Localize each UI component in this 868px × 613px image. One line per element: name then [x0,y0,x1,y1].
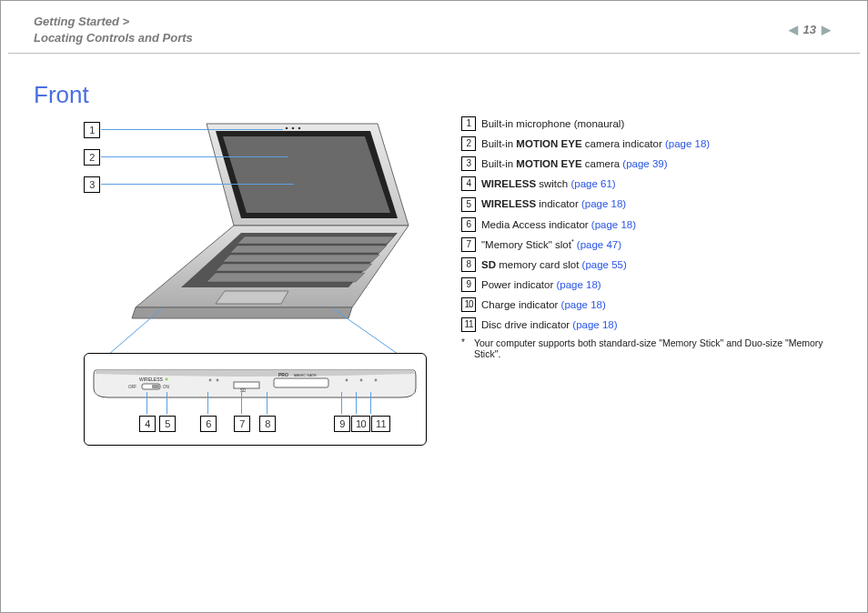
list-number-box: 8 [461,257,476,272]
svg-rect-25 [234,382,259,388]
svg-marker-2 [223,136,390,213]
parts-list-item: 11Disc drive indicator (page 18) [461,317,843,332]
list-item-text: SD memory card slot (page 55) [481,257,627,272]
page-reference-link[interactable]: (page 18) [572,319,617,330]
svg-point-18 [166,378,168,381]
list-item-text: Built-in microphone (monaural) [481,116,624,131]
callout-4: 4 [139,416,156,432]
list-number-box: 5 [461,197,476,212]
callout-1: 1 [84,122,100,138]
parts-list: 1Built-in microphone (monaural)2Built-in… [461,116,843,332]
list-item-text: Power indicator (page 18) [481,277,601,292]
page-reference-link[interactable]: (page 18) [665,138,710,149]
breadcrumb: Getting Started > Locating Controls and … [34,14,193,45]
callout-8: 8 [259,416,276,432]
list-item-text: "Memory Stick" slot* (page 47) [481,237,621,252]
svg-rect-27 [274,378,328,387]
list-item-text: Disc drive indicator (page 18) [481,317,618,332]
breadcrumb-line-2: Locating Controls and Ports [34,30,193,46]
svg-point-23 [209,379,212,382]
callout-10: 10 [351,416,370,432]
section-title: Front [34,81,867,109]
list-item-text: Built-in MOTION EYE camera (page 39) [481,156,668,171]
list-item-text: Built-in MOTION EYE camera indicator (pa… [481,136,710,151]
svg-rect-21 [152,385,159,388]
svg-marker-13 [207,273,365,282]
svg-point-4 [292,127,295,130]
svg-point-31 [360,379,363,382]
list-item-text: WIRELESS switch (page 61) [481,176,616,191]
parts-list-item: 9Power indicator (page 18) [461,277,843,292]
callout-3: 3 [84,176,100,193]
page-number: 13 [803,23,816,36]
list-number-box: 9 [461,277,476,292]
svg-marker-12 [216,264,372,271]
page-reference-link[interactable]: (page 18) [556,279,601,290]
svg-text:ON: ON [163,385,169,389]
front-diagram: 1 2 3 WIRELESS OFF [34,116,434,489]
list-number-box: 3 [461,156,476,171]
callout-11: 11 [371,416,390,432]
svg-marker-14 [216,291,288,304]
page-reference-link[interactable]: (page 39) [622,158,667,169]
svg-marker-9 [237,236,394,244]
svg-point-30 [346,379,348,382]
page-navigator: ◀ 13 ▶ [789,23,831,36]
list-number-box: 4 [461,176,476,191]
callout-6: 6 [200,416,217,432]
svg-point-32 [375,379,378,382]
page-reference-link[interactable]: (page 18) [581,198,626,209]
list-number-box: 1 [461,116,476,131]
svg-marker-10 [230,246,387,253]
page-reference-link[interactable]: (page 55) [582,259,627,270]
breadcrumb-line-1: Getting Started > [34,14,193,30]
svg-text:OFF: OFF [128,385,136,389]
callout-9: 9 [334,416,350,432]
page-reference-link[interactable]: (page 47) [577,239,621,250]
svg-marker-11 [223,255,379,262]
parts-list-item: 2Built-in MOTION EYE camera indicator (p… [461,136,843,151]
prev-page-icon[interactable]: ◀ [789,23,798,36]
parts-list-item: 3Built-in MOTION EYE camera (page 39) [461,156,843,171]
svg-text:WIRELESS: WIRELESS [139,377,164,382]
parts-list-item: 5WIRELESS indicator (page 18) [461,196,843,211]
list-number-box: 6 [461,217,476,232]
list-number-box: 2 [461,136,476,151]
parts-list-item: 4WIRELESS switch (page 61) [461,176,843,191]
list-item-text: Charge indicator (page 18) [481,297,606,312]
page-reference-link[interactable]: (page 61) [570,178,615,189]
list-number-box: 10 [461,297,476,312]
footnote-text: Your computer supports both standard-siz… [474,337,843,359]
laptop-illustration [125,116,425,326]
svg-marker-7 [132,307,352,318]
svg-text:MAGIC GATE: MAGIC GATE [294,373,317,377]
page-reference-link[interactable]: (page 18) [591,219,636,230]
parts-list-item: 8SD memory card slot (page 55) [461,257,843,272]
parts-list-item: 1Built-in microphone (monaural) [461,116,843,131]
svg-point-24 [217,379,219,382]
svg-point-3 [286,127,288,130]
front-panel-detail: WIRELESS OFF ON SD PRO MAGIC GATE [84,353,427,446]
callout-7: 7 [234,416,250,432]
list-number-box: 11 [461,317,476,332]
parts-list-item: 7"Memory Stick" slot* (page 47) [461,237,843,252]
footnote: * Your computer supports both standard-s… [461,337,843,359]
callout-2: 2 [84,149,100,166]
list-item-text: Media Access indicator (page 18) [481,217,636,232]
parts-list-item: 10Charge indicator (page 18) [461,297,843,312]
svg-text:PRO: PRO [278,372,288,377]
next-page-icon[interactable]: ▶ [822,23,831,36]
svg-point-5 [298,127,301,130]
footnote-mark: * [461,337,465,359]
list-number-box: 7 [461,237,476,252]
parts-list-item: 6Media Access indicator (page 18) [461,217,843,232]
header-divider [8,53,860,54]
page-reference-link[interactable]: (page 18) [561,299,606,310]
list-item-text: WIRELESS indicator (page 18) [481,196,626,211]
callout-5: 5 [159,416,176,432]
